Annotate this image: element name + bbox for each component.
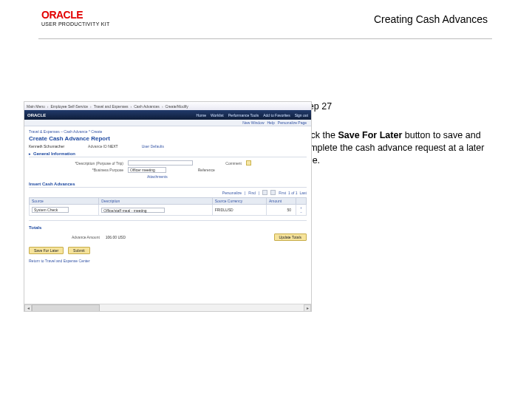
app-navbar: ORACLE Home Worklist Performance Tools A… — [24, 110, 311, 120]
subnav-personalize[interactable]: Personalize Page — [278, 120, 307, 125]
row-description-input[interactable]: Office/staff meal - meeting — [101, 208, 165, 213]
save-for-later-button[interactable]: Save For Later — [29, 247, 64, 254]
subnav-new-window[interactable]: New Window — [242, 120, 264, 125]
comment-label: Comment — [212, 161, 242, 166]
instruction-panel: Step 27 Click the Save For Later button … — [300, 100, 488, 167]
download-icon[interactable] — [270, 190, 276, 195]
sub-nav: New Window Help Personalize Page — [24, 120, 311, 126]
oracle-logo: ORACLE — [41, 9, 110, 21]
chevron-right-icon: › — [90, 104, 92, 109]
advance-amount-ccy: USD — [118, 235, 126, 239]
scroll-thumb[interactable] — [32, 304, 100, 312]
description-input[interactable] — [128, 160, 193, 166]
attachments-link[interactable]: Attachments — [147, 174, 177, 179]
totals-label: Totals — [29, 225, 307, 231]
step-label: Step 27 — [300, 100, 488, 113]
nav-worklist[interactable]: Worklist — [211, 113, 224, 117]
chevron-right-icon: › — [130, 104, 132, 109]
col-description: Description — [99, 198, 212, 205]
advance-amount-label: Advance Amount — [72, 235, 100, 239]
subnav-help[interactable]: Help — [267, 120, 275, 125]
app-screenshot: Main Menu› Employee Self-Service› Travel… — [24, 101, 312, 312]
advance-amount-value: 106.00 — [106, 235, 117, 239]
app-oracle-logo: ORACLE — [27, 113, 46, 117]
return-link[interactable]: Return to Travel and Expense Center — [29, 259, 307, 263]
nav-home[interactable]: Home — [197, 113, 206, 117]
brand-subtext: USER PRODUCTIVITY KIT — [41, 21, 110, 27]
nav-add-favorites[interactable]: Add to Favorites — [263, 113, 290, 117]
chevron-right-icon: › — [162, 104, 163, 109]
crumb: Travel and Expenses — [94, 104, 129, 109]
pager-first[interactable]: First — [279, 191, 286, 195]
window-titlebar: Main Menu› Employee Self-Service› Travel… — [24, 102, 311, 110]
module-path: Travel & Expenses – Cash Advance * Creat… — [29, 129, 307, 134]
user-defaults-link[interactable]: User Defaults — [142, 144, 164, 149]
grid-icon[interactable] — [262, 190, 267, 195]
employee-row: Kenneth Schumacher Advance ID NEXT User … — [29, 144, 307, 149]
app-body: Travel & Expenses – Cash Advance * Creat… — [24, 126, 311, 266]
nav-performance-tools[interactable]: Performance Tools — [228, 113, 259, 117]
advances-table: Source Description Source Currency Amoun… — [29, 197, 307, 216]
col-amount: Amount — [267, 198, 296, 205]
toolbar-personalize[interactable]: Personalize — [222, 191, 242, 195]
crumb: Cash Advances — [134, 104, 160, 109]
header-divider — [38, 38, 492, 39]
table-toolbar: Personalize | Find | First 1 of 1 Last — [29, 190, 307, 195]
page-title: Creating Cash Advances — [374, 13, 488, 25]
crumb: Create/Modify — [166, 104, 188, 109]
advance-id-label: Advance ID — [88, 144, 107, 149]
crumb: Main Menu — [27, 104, 45, 109]
instruction-text-bold: Save For Later — [338, 130, 402, 140]
table-header-row: Source Description Source Currency Amoun… — [30, 198, 307, 205]
business-purpose-select[interactable]: Officer meeting — [128, 167, 166, 173]
col-source-currency: Source Currency — [212, 198, 266, 205]
pager-last[interactable]: Last — [300, 191, 307, 195]
nav-links: Home Worklist Performance Tools Add to F… — [197, 113, 308, 117]
row-currency: FRIDLUSD — [215, 208, 233, 212]
nav-sign-out[interactable]: Sign out — [295, 113, 308, 117]
doc-header: ORACLE USER PRODUCTIVITY KIT Creating Ca… — [0, 9, 532, 44]
general-info-block: *Description (Purpose of Trip) Comment *… — [72, 160, 307, 179]
employee-name: Kenneth Schumacher — [29, 144, 64, 149]
row-source-select[interactable]: System Check — [32, 207, 69, 213]
table-row: System Check Office/staff meal - meeting… — [30, 205, 307, 216]
action-buttons: Save For Later Submit — [29, 247, 307, 254]
business-purpose-label: *Business Purpose — [72, 168, 123, 172]
pager-range: 1 of 1 — [288, 191, 298, 195]
chevron-right-icon: › — [47, 104, 49, 109]
comment-icon[interactable] — [246, 160, 251, 166]
scroll-track[interactable] — [32, 304, 304, 312]
brand-block: ORACLE USER PRODUCTIVITY KIT — [41, 9, 110, 27]
update-totals-button[interactable]: Update Totals — [274, 233, 307, 241]
totals-section: Totals Advance Amount 106.00 USD Update … — [29, 220, 307, 241]
horizontal-scrollbar[interactable]: ◂ ▸ — [24, 304, 311, 311]
remove-row-icon[interactable]: － — [299, 210, 303, 214]
advance-id-value: NEXT — [108, 144, 117, 149]
col-source: Source — [30, 198, 99, 205]
instruction-text: Click the Save For Later button to save … — [300, 129, 488, 167]
reference-label: Reference — [185, 168, 215, 172]
toolbar-find[interactable]: Find — [248, 191, 256, 195]
form-title: Create Cash Advance Report — [29, 135, 307, 142]
description-label: *Description (Purpose of Trip) — [72, 161, 123, 166]
section-general-info[interactable]: General Information — [29, 151, 307, 157]
scroll-right-arrow-icon[interactable]: ▸ — [304, 304, 311, 312]
crumb: Employee Self-Service — [50, 104, 88, 109]
submit-button[interactable]: Submit — [68, 247, 90, 254]
section-insert-advances: Insert Cash Advances — [29, 182, 307, 188]
row-amount: 50 — [287, 208, 291, 212]
scroll-left-arrow-icon[interactable]: ◂ — [24, 304, 32, 312]
